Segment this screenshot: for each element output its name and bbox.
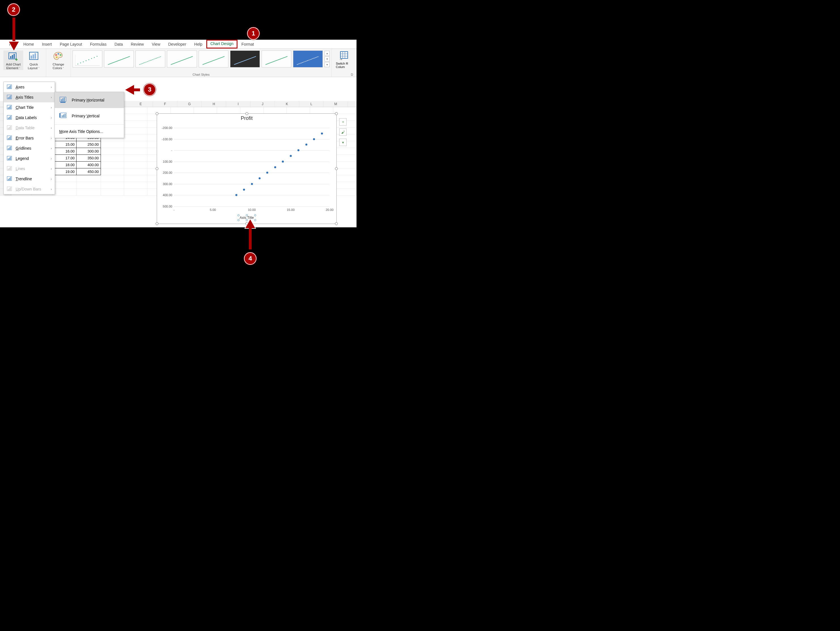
menu-item-chart-title[interactable]: Chart Title› (4, 102, 55, 112)
change-colors-button[interactable]: Change Colors (49, 51, 68, 70)
chart-style-5[interactable] (199, 51, 229, 68)
tab-home[interactable]: Home (19, 40, 38, 48)
cell[interactable] (124, 168, 147, 175)
cell[interactable] (124, 121, 147, 128)
cell-price[interactable]: 17.00 (52, 155, 76, 161)
chart-style-7[interactable] (262, 51, 291, 68)
tab-review[interactable]: Review (127, 40, 148, 48)
chart-plot-area[interactable]: 500.00400.00300.00200.00100.00--100.00-2… (174, 128, 330, 207)
cell[interactable] (124, 175, 147, 182)
cell[interactable] (194, 107, 217, 114)
cell[interactable] (333, 189, 357, 196)
cell-profit[interactable]: 400.00 (76, 161, 101, 168)
data-point[interactable] (259, 177, 261, 179)
cell[interactable] (101, 182, 124, 189)
data-point[interactable] (267, 172, 268, 174)
cell[interactable] (240, 107, 264, 114)
cell[interactable] (124, 141, 147, 148)
chart-style-3[interactable] (136, 51, 165, 68)
cell-profit[interactable] (77, 175, 101, 182)
menu-item-trendline[interactable]: Trendline› (4, 174, 55, 184)
cell[interactable] (264, 107, 287, 114)
data-point[interactable] (282, 160, 284, 163)
tab-view[interactable]: View (148, 40, 164, 48)
menu-primary-horizontal[interactable]: Primary Horizontal (55, 92, 124, 108)
cell-profit[interactable]: 350.00 (76, 155, 101, 161)
chart-style-4[interactable] (167, 51, 197, 68)
cell-price[interactable] (52, 175, 77, 182)
cell[interactable] (124, 155, 147, 161)
col-header-k[interactable]: K (275, 101, 299, 107)
cell[interactable] (333, 148, 357, 155)
cell-price[interactable]: 18.00 (52, 161, 76, 168)
cell[interactable] (287, 107, 310, 114)
tab-formulas[interactable]: Formulas (86, 40, 111, 48)
tab-format[interactable]: Format (237, 40, 258, 48)
chart-styles-down[interactable]: ▾ (325, 56, 330, 62)
col-header-m[interactable]: M (324, 101, 348, 107)
cell-price[interactable] (52, 189, 77, 196)
menu-item-axes[interactable]: Axes› (4, 82, 55, 92)
cell[interactable] (124, 114, 147, 121)
data-point[interactable] (243, 188, 245, 190)
cell[interactable] (101, 175, 124, 182)
cell[interactable] (101, 161, 124, 168)
cell[interactable] (333, 175, 357, 182)
add-chart-element-button[interactable]: Add Chart Element (3, 51, 23, 70)
col-header-h[interactable]: H (202, 101, 226, 107)
menu-item-legend[interactable]: Legend› (4, 153, 55, 164)
cell[interactable] (124, 161, 147, 168)
menu-item-error-bars[interactable]: Error Bars› (4, 133, 55, 143)
col-header-e[interactable]: E (129, 101, 153, 107)
tab-insert[interactable]: Insert (38, 40, 56, 48)
cell-price[interactable]: 19.00 (52, 168, 76, 175)
cell-profit[interactable]: 300.00 (76, 148, 101, 155)
cell-profit[interactable] (77, 182, 101, 189)
data-point[interactable] (235, 194, 237, 196)
cell[interactable] (147, 107, 171, 114)
quick-layout-button[interactable]: Quick Layout (24, 51, 44, 70)
cell[interactable] (333, 182, 357, 189)
cell[interactable] (101, 168, 124, 175)
data-point[interactable] (313, 138, 315, 140)
tab-data[interactable]: Data (111, 40, 127, 48)
cell[interactable] (217, 107, 240, 114)
embedded-chart[interactable]: Profit 500.00400.00300.00200.00100.00--1… (157, 113, 337, 224)
cell-price[interactable]: 16.00 (52, 148, 76, 155)
cell[interactable] (101, 141, 124, 148)
cell-price[interactable]: 15.00 (52, 141, 76, 148)
cell[interactable] (101, 155, 124, 161)
tab-developer[interactable]: Developer (164, 40, 191, 48)
chart-styles-button[interactable]: 🖌 (339, 128, 347, 136)
menu-item-axis-titles[interactable]: Axis Titles› (4, 92, 55, 102)
col-header-g[interactable]: G (177, 101, 202, 107)
cell[interactable] (124, 107, 147, 114)
data-point[interactable] (321, 132, 323, 134)
chart-style-1[interactable] (73, 51, 102, 68)
menu-primary-vertical[interactable]: Primary Vertical (55, 108, 124, 124)
cell[interactable] (124, 148, 147, 155)
tab-chart-design[interactable]: Chart Design (206, 40, 237, 49)
chart-styles-up[interactable]: ▴ (325, 51, 330, 56)
cell[interactable] (310, 107, 333, 114)
chart-style-6[interactable] (230, 51, 260, 68)
cell-profit[interactable] (77, 189, 101, 196)
chart-style-2[interactable] (104, 51, 134, 68)
cell[interactable] (124, 134, 147, 141)
data-point[interactable] (251, 183, 253, 185)
cell[interactable] (101, 148, 124, 155)
data-point[interactable] (305, 144, 307, 146)
col-header-l[interactable]: L (299, 101, 324, 107)
data-point[interactable] (274, 166, 276, 168)
chart-filters-button[interactable]: ▾ (339, 139, 347, 146)
chart-elements-button[interactable]: ＋ (339, 118, 347, 126)
cell[interactable] (101, 189, 124, 196)
cell[interactable] (124, 128, 147, 134)
col-header-f[interactable]: F (153, 101, 177, 107)
cell[interactable] (124, 182, 147, 189)
cell[interactable] (333, 155, 357, 161)
chart-styles-more[interactable]: ▾ (325, 62, 330, 67)
menu-more-axis-title-options[interactable]: More Axis Title Options... (55, 125, 124, 138)
col-header-j[interactable]: J (251, 101, 275, 107)
col-header-i[interactable]: I (226, 101, 251, 107)
